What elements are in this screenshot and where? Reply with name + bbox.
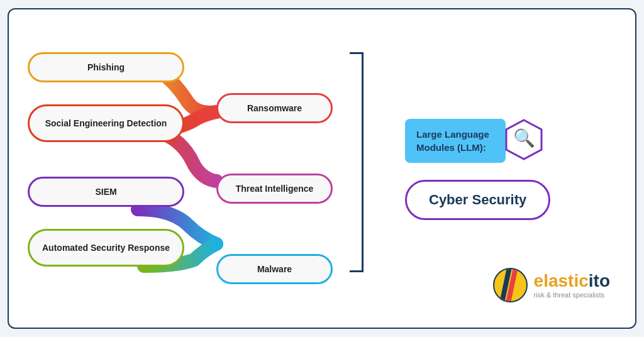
llm-container: Large LanguageModules (LLM): 🔍 [405,118,545,164]
brand-tagline: risk & threat specialists [534,291,610,299]
right-panel: Large LanguageModules (LLM): 🔍 Cyber Sec… [380,22,616,315]
pill-siem: SIEM [28,177,184,207]
right-pills: Ransomware Threat Intelligence Malware [216,93,333,284]
pill-automated: Automated Security Response [28,229,184,267]
brand-text: elasticito risk & threat specialists [534,272,610,299]
logo-circle [493,268,528,302]
pill-malware: Malware [216,254,333,284]
pill-ransomware: Ransomware [216,93,333,123]
hex-icon: 🔍 [504,118,545,164]
pill-phishing: Phishing [28,52,184,82]
logo-area: elasticito risk & threat specialists [493,268,610,302]
brand-name: elasticito [534,272,610,290]
bracket-line [350,52,364,272]
diagram-panel: Phishing Social Engineering Detection SI… [28,21,380,316]
cyber-security-box: Cyber Security [405,180,550,220]
pill-threat-intelligence: Threat Intelligence [216,174,333,204]
main-container: Phishing Social Engineering Detection SI… [8,8,636,329]
llm-box: Large LanguageModules (LLM): [405,119,506,163]
left-pills: Phishing Social Engineering Detection SI… [28,52,184,267]
svg-text:🔍: 🔍 [513,128,535,148]
pill-social-engineering: Social Engineering Detection [28,104,184,142]
